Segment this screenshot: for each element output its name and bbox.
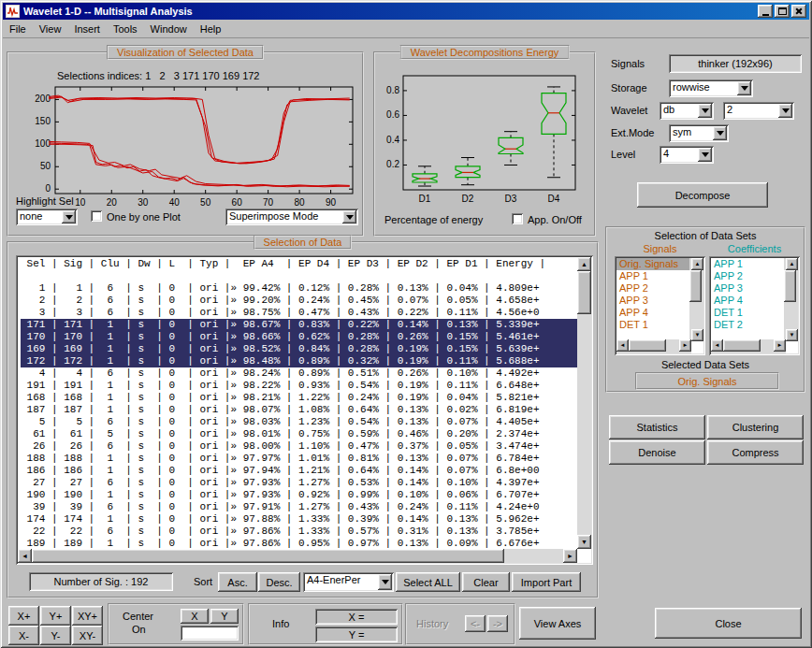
coefficients-list-hscrollbar[interactable]: ◄ ►: [711, 339, 786, 353]
select-all-button[interactable]: Select ALL: [396, 572, 460, 592]
info-label[interactable]: Info: [272, 618, 289, 629]
extmode-dropdown[interactable]: sym: [669, 124, 729, 142]
zoom-xy-minus-button[interactable]: XY-: [72, 626, 103, 645]
table-row[interactable]: 189 | 189 | 1 | s | 0 | ori |» 97.86% | …: [21, 538, 577, 549]
scroll-right-icon[interactable]: ►: [679, 339, 691, 352]
chevron-down-icon[interactable]: [713, 126, 727, 140]
table-row[interactable]: 188 | 188 | 1 | s | 0 | ori |» 97.97% | …: [21, 453, 577, 465]
table-row[interactable]: 174 | 174 | 1 | s | 0 | ori |» 97.88% | …: [21, 513, 577, 526]
menu-help[interactable]: Help: [194, 21, 228, 37]
import-part-button[interactable]: Import Part: [512, 572, 581, 592]
menu-tools[interactable]: Tools: [107, 21, 144, 37]
list-item[interactable]: APP 4: [616, 307, 691, 319]
table-row[interactable]: 187 | 187 | 1 | s | 0 | ori |» 98.07% | …: [21, 404, 577, 416]
signals-list-hscrollbar[interactable]: ◄ ►: [616, 339, 691, 353]
table-row[interactable]: 39 | 39 | 6 | s | 0 | ori |» 97.91% | 1.…: [21, 501, 577, 513]
scroll-left-icon[interactable]: ◄: [616, 339, 629, 352]
close-window-button[interactable]: [791, 5, 806, 18]
scroll-right-icon[interactable]: ►: [563, 549, 577, 563]
table-row[interactable]: 26 | 26 | 6 | s | 0 | ori |» 98.00% | 1.…: [21, 440, 577, 453]
list-item[interactable]: DET 1: [711, 307, 786, 319]
zoom-x-minus-button[interactable]: X-: [8, 626, 39, 645]
view-axes-button[interactable]: View Axes: [519, 607, 596, 640]
sort-asc-button[interactable]: Asc.: [218, 572, 257, 592]
denoise-button[interactable]: Denoise: [609, 440, 705, 465]
center-y-button[interactable]: Y: [210, 609, 239, 624]
scrollbar-thumb[interactable]: [629, 339, 666, 352]
table-row[interactable]: 186 | 186 | 1 | s | 0 | ori |» 97.94% | …: [21, 465, 577, 477]
center-x-button[interactable]: X: [181, 609, 209, 624]
plot-mode-dropdown[interactable]: Superimpose Mode: [225, 209, 358, 225]
scroll-down-icon[interactable]: ▼: [691, 329, 703, 341]
table-row[interactable]: 170 | 170 | 1 | s | 0 | ori |» 98.66% | …: [21, 331, 577, 343]
coefficients-listbox[interactable]: APP 1APP 2APP 3APP 4DET 1DET 2 ▲ ▼ ◄ ►: [709, 256, 800, 355]
menu-window[interactable]: Window: [144, 21, 194, 37]
table-row[interactable]: 27 | 27 | 6 | s | 0 | ori |» 97.93% | 1.…: [21, 477, 577, 489]
table-vscrollbar[interactable]: ▲ ▼: [577, 257, 591, 549]
statistics-button[interactable]: Statistics: [609, 415, 705, 439]
chevron-down-icon[interactable]: [698, 104, 712, 118]
level-dropdown[interactable]: 4: [660, 146, 714, 164]
decompose-button[interactable]: Decompose: [637, 182, 768, 208]
scroll-up-icon[interactable]: ▲: [786, 258, 798, 270]
table-row[interactable]: 191 | 191 | 1 | s | 0 | ori |» 98.22% | …: [21, 380, 577, 392]
scroll-down-icon[interactable]: ▼: [577, 535, 591, 549]
scrollbar-thumb[interactable]: [784, 270, 796, 302]
wavelet-family-dropdown[interactable]: db: [660, 102, 714, 120]
table-row[interactable]: 2 | 2 | 6 | s | 0 | ori |» 99.20% | 0.24…: [21, 295, 577, 307]
menu-view[interactable]: View: [33, 21, 68, 37]
list-item[interactable]: APP 3: [616, 295, 691, 307]
table-row[interactable]: 4 | 4 | 6 | s | 0 | ori |» 98.24% | 0.89…: [21, 367, 577, 380]
list-item[interactable]: APP 2: [711, 270, 786, 282]
history-back-button[interactable]: <-: [465, 615, 486, 632]
chevron-down-icon[interactable]: [378, 574, 392, 590]
list-item[interactable]: DET 2: [711, 319, 786, 331]
table-row[interactable]: 3 | 3 | 6 | s | 0 | ori |» 98.75% | 0.47…: [21, 307, 577, 319]
table-row[interactable]: 5 | 5 | 6 | s | 0 | ori |» 98.03% | 1.23…: [21, 416, 577, 428]
compress-button[interactable]: Compress: [707, 440, 804, 465]
table-row[interactable]: 172 | 172 | 1 | s | 0 | ori |» 98.48% | …: [21, 355, 577, 367]
center-value-input[interactable]: [181, 626, 239, 641]
signals-list-vscrollbar[interactable]: ▲ ▼: [689, 258, 703, 341]
table-row[interactable]: 190 | 190 | 1 | s | 0 | ori |» 97.93% | …: [21, 489, 577, 501]
table-row[interactable]: 169 | 169 | 1 | s | 0 | ori |» 98.52% | …: [21, 343, 577, 355]
one-by-one-checkbox[interactable]: [91, 210, 102, 222]
signals-listbox[interactable]: Orig. SignalsAPP 1APP 2APP 3APP 4DET 1 ▲…: [615, 256, 705, 355]
list-item[interactable]: APP 3: [711, 282, 786, 295]
scrollbar-thumb[interactable]: [689, 270, 702, 302]
highlight-sel-dropdown[interactable]: none: [16, 209, 78, 225]
menu-insert[interactable]: Insert: [67, 21, 107, 37]
list-item[interactable]: APP 2: [616, 282, 691, 295]
maximize-button[interactable]: [775, 5, 790, 18]
list-item[interactable]: DET 1: [616, 319, 691, 331]
table-hscrollbar[interactable]: ◄ ►: [18, 549, 577, 563]
table-row[interactable]: 1 | 1 | 6 | s | 0 | ori |» 99.42% | 0.12…: [21, 282, 577, 295]
history-forward-button[interactable]: ->: [487, 615, 508, 632]
clear-button[interactable]: Clear: [462, 572, 510, 592]
wavelet-number-dropdown[interactable]: 2: [723, 102, 794, 120]
list-item[interactable]: Orig. Signals: [616, 258, 691, 270]
close-button[interactable]: Close: [655, 608, 802, 639]
table-row[interactable]: 22 | 22 | 6 | s | 0 | ori |» 97.86% | 1.…: [21, 526, 577, 538]
scrollbar-thumb[interactable]: [723, 339, 761, 352]
titlebar[interactable]: Wavelet 1-D -- Multisignal Analysis: [3, 3, 809, 20]
storage-dropdown[interactable]: rowwise: [669, 79, 753, 97]
zoom-y-plus-button[interactable]: Y+: [40, 606, 71, 626]
app-onoff-checkbox[interactable]: [512, 213, 523, 224]
scroll-left-icon[interactable]: ◄: [711, 339, 723, 352]
sort-desc-button[interactable]: Desc.: [258, 572, 300, 592]
scroll-left-icon[interactable]: ◄: [18, 549, 32, 563]
scrollbar-thumb[interactable]: [32, 549, 504, 563]
zoom-x-plus-button[interactable]: X+: [8, 606, 39, 626]
table-row[interactable]: 168 | 168 | 1 | s | 0 | ori |» 98.21% | …: [21, 392, 577, 404]
clustering-button[interactable]: Clustering: [707, 415, 804, 439]
zoom-xy-plus-button[interactable]: XY+: [72, 606, 103, 626]
scrollbar-thumb[interactable]: [577, 271, 591, 314]
scroll-up-icon[interactable]: ▲: [577, 257, 591, 271]
table-row[interactable]: 61 | 61 | 5 | s | 0 | ori |» 98.01% | 0.…: [21, 428, 577, 440]
chevron-down-icon[interactable]: [62, 210, 76, 223]
chevron-down-icon[interactable]: [778, 104, 792, 118]
sort-by-dropdown[interactable]: A4-EnerPer: [303, 572, 394, 592]
zoom-y-minus-button[interactable]: Y-: [40, 626, 71, 645]
coefficients-list-vscrollbar[interactable]: ▲ ▼: [784, 258, 798, 341]
